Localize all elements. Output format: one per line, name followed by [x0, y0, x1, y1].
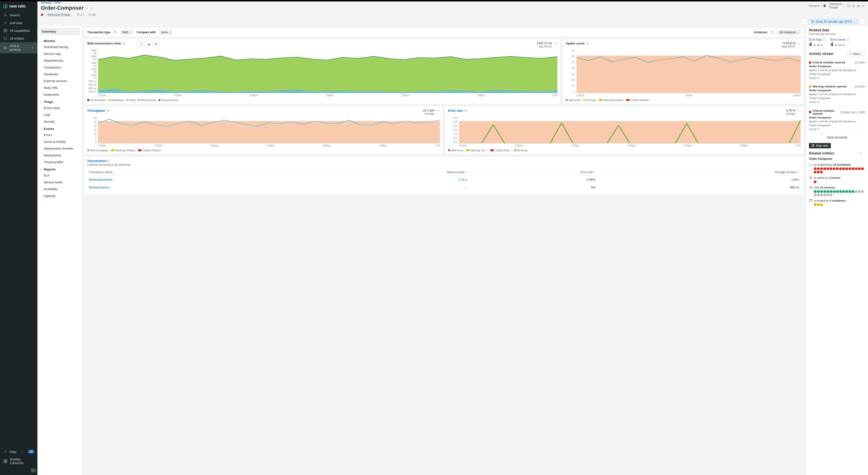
entity-hex-icon[interactable] [830, 167, 832, 170]
legend-item[interactable]: Warning Violation [111, 149, 135, 152]
table-header[interactable]: Slowest trace⇅ [300, 169, 468, 176]
entity-hex-icon[interactable] [814, 171, 816, 174]
account-chip[interactable]: Demotron Rotate [45, 13, 72, 17]
metadata-icon[interactable]: 19 [89, 13, 95, 16]
table-header[interactable]: Average duration⇅ [597, 169, 800, 176]
legend-item[interactable]: Critical Violation [138, 149, 161, 152]
filters-button[interactable]: Filters⌄ [847, 52, 865, 56]
subnav-link-errors-inbox[interactable]: Errors inbox [39, 105, 80, 111]
entity-hex-icon[interactable] [820, 190, 823, 193]
legend-item[interactable]: Critical Viola… [490, 149, 512, 152]
entity-hex-icon[interactable] [820, 194, 823, 197]
entity-hex-icon[interactable] [827, 167, 829, 170]
entity-hex-icon[interactable] [827, 190, 829, 193]
legend-item[interactable]: Ruby [127, 99, 135, 102]
sidebar-item-all-entities[interactable]: All entities [0, 34, 37, 42]
legend-item[interactable]: End user [583, 99, 596, 102]
table-row[interactable]: Sinatra/#purchase2.22 s0.86%1.59 s [88, 176, 800, 183]
entity-hex-icon[interactable] [852, 167, 855, 170]
subnav-link-dependencies[interactable]: Dependencies [39, 57, 80, 64]
subnav-link-issues-activity[interactable]: Issues & Activity [39, 138, 80, 145]
entity-hex-icon[interactable] [858, 167, 861, 170]
legend-item[interactable]: Web external [138, 99, 156, 102]
entity-hex-icon[interactable] [833, 167, 835, 170]
sidebar-item-apm-services[interactable]: APM & services [0, 42, 37, 54]
entity-hex-icon[interactable] [814, 190, 816, 193]
subnav-link-deployments[interactable]: Deployments [39, 152, 80, 159]
entity-hex-icon[interactable] [842, 190, 845, 193]
entity-hex-icon[interactable] [848, 190, 851, 193]
subnav-link-scalability[interactable]: Scalability [39, 186, 80, 193]
subnav-link-service-levels[interactable]: Service levels [39, 179, 80, 186]
percent-icon[interactable]: % [153, 42, 159, 47]
txn-name[interactable]: Sinatra/#purchase [88, 176, 299, 183]
entity-hex-icon[interactable] [823, 190, 826, 193]
entity-hex-icon[interactable] [820, 171, 823, 174]
mail-icon[interactable] [857, 4, 860, 7]
entity-hex-icon[interactable] [852, 190, 855, 193]
entity-hex-icon[interactable] [855, 190, 858, 193]
entity-hex-icon[interactable] [817, 190, 819, 193]
subnav-link-deployments-preview[interactable]: Deployments Preview [39, 145, 80, 152]
entity-hex-icon[interactable] [814, 167, 816, 170]
entity-hex-icon[interactable] [845, 190, 848, 193]
entity-hex-icon[interactable] [817, 167, 819, 170]
help-link[interactable]: ? Help 70 [0, 448, 37, 455]
map-view-button[interactable]: Map view [809, 143, 831, 148]
pin-icon[interactable] [31, 46, 34, 49]
info-icon[interactable]: i [847, 38, 849, 41]
subnav-link-distributed-tracing[interactable]: Distributed tracing [39, 44, 80, 50]
sort-icon[interactable]: ⇅ [593, 171, 595, 174]
chart-type-toggle[interactable]: % [137, 41, 159, 47]
subnav-group-monitor[interactable]: ⌄Monitor [39, 37, 80, 44]
sidebar-item-add-data[interactable]: Add data [0, 19, 37, 27]
info-icon[interactable]: i [464, 109, 467, 112]
product-logo[interactable]: new relic [0, 1, 37, 11]
instances-select[interactable]: All Instances⌄ [777, 30, 801, 35]
card-menu-icon[interactable]: ⋯ [554, 41, 557, 45]
legend-item[interactable]: Warning Viol… [466, 149, 488, 152]
sidebar-collapse-button[interactable]: ⇤ [31, 468, 36, 473]
related-entity-item[interactable]: calls 22 services [809, 186, 865, 197]
time-range-picker[interactable]: Since 30 minutes ago (PDT) ⌄ [808, 19, 858, 24]
subnav-group-triage[interactable]: ⌄Triage [39, 98, 80, 105]
txn-name[interactable]: Sinatra/#returns [88, 184, 299, 191]
legend-item[interactable]: Web errors [448, 149, 464, 152]
legend-item[interactable]: App server [566, 99, 581, 102]
entity-hex-icon[interactable] [836, 167, 839, 170]
error-traces-kpi[interactable]: Error tracesi 4▼ 20 % [830, 38, 849, 47]
time-next-button[interactable]: › [860, 19, 865, 24]
help-circle-icon[interactable] [852, 4, 855, 7]
legend-item[interactable]: Response time [158, 99, 178, 102]
related-menu-icon[interactable]: ⋯ [859, 151, 862, 155]
subnav-group-events[interactable]: ⌄Events [39, 125, 80, 132]
compare-select[interactable]: none⌄ [159, 30, 173, 35]
info-icon[interactable]: i [106, 109, 110, 112]
sort-icon[interactable]: ⇅ [465, 171, 467, 174]
info-icon[interactable]: i [823, 38, 826, 41]
entity-hex-icon[interactable] [839, 167, 842, 170]
subnav-link-kubernetes[interactable]: Kubernetes [39, 91, 80, 98]
related-entity-item[interactable]: is contained by 19 workloads [809, 163, 865, 174]
subnav-link-logs[interactable]: Logs [39, 111, 80, 118]
card-menu-icon[interactable]: ⋯ [797, 41, 801, 45]
entity-hex-icon[interactable] [817, 203, 819, 206]
legend-item[interactable]: Warning Violation [599, 99, 624, 102]
tv-icon[interactable] [847, 4, 850, 7]
entity-hex-icon[interactable] [833, 190, 835, 193]
info-icon[interactable]: i [586, 42, 589, 45]
sidebar-item-search[interactable]: Search [0, 11, 37, 19]
account-dropdown[interactable]: -Demotron Rotate⌄ [828, 2, 845, 9]
legend-item[interactable]: GC Execution [87, 99, 106, 102]
entity-hex-icon[interactable] [830, 194, 832, 197]
entity-hex-icon[interactable] [842, 167, 845, 170]
show-all-events-button[interactable]: Show all events [809, 134, 865, 141]
title-dropdown-icon[interactable]: ⌄ [86, 6, 88, 10]
info-icon[interactable]: i [114, 31, 117, 34]
info-icon[interactable]: i [771, 31, 774, 34]
table-header[interactable]: Error rate⇅ [468, 169, 596, 176]
activity-event[interactable]: Critical violation opened12:12amOrder-Co… [809, 58, 865, 82]
entity-hex-icon[interactable] [817, 194, 819, 197]
entity-hex-icon[interactable] [823, 194, 826, 197]
info-icon[interactable]: i [122, 42, 125, 45]
